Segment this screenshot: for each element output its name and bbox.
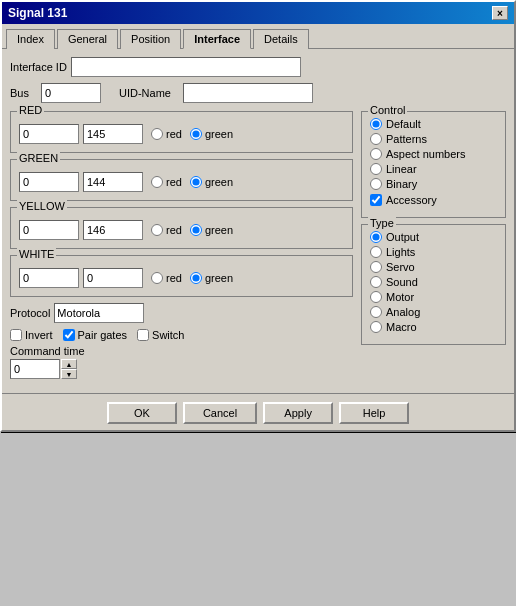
bus-uid-row: Bus UID-Name [10, 83, 506, 103]
yellow-group-title: YELLOW [17, 200, 67, 212]
white-port-input[interactable] [83, 268, 143, 288]
control-patterns-item: Patterns [370, 133, 497, 145]
interface-id-label: Interface ID [10, 61, 67, 73]
control-aspect-item: Aspect numbers [370, 148, 497, 160]
type-servo-radio[interactable] [370, 261, 382, 273]
uid-input[interactable] [183, 83, 313, 103]
type-lights-label: Lights [386, 246, 415, 258]
yellow-port-input[interactable] [83, 220, 143, 240]
yellow-inputs-row: red green [19, 220, 344, 240]
red-address-input[interactable] [19, 124, 79, 144]
control-patterns-radio[interactable] [370, 133, 382, 145]
pair-gates-label: Pair gates [78, 329, 128, 341]
red-radio-red-label: red [166, 128, 182, 140]
control-aspect-radio[interactable] [370, 148, 382, 160]
green-radio-group: red green [151, 176, 239, 188]
spinner-buttons: ▲ ▼ [61, 359, 77, 379]
command-time-spinner: ▲ ▼ [10, 359, 353, 379]
white-address-input[interactable] [19, 268, 79, 288]
ok-button[interactable]: OK [107, 402, 177, 424]
control-linear-item: Linear [370, 163, 497, 175]
type-sound-radio[interactable] [370, 276, 382, 288]
green-port-input[interactable] [83, 172, 143, 192]
type-analog-radio[interactable] [370, 306, 382, 318]
red-group: RED red green [10, 111, 353, 153]
type-macro-radio[interactable] [370, 321, 382, 333]
interface-id-input[interactable] [71, 57, 301, 77]
control-default-label: Default [386, 118, 421, 130]
apply-button[interactable]: Apply [263, 402, 333, 424]
green-radio-green[interactable] [190, 176, 202, 188]
green-group: GREEN red green [10, 159, 353, 201]
white-group-title: WHITE [17, 248, 56, 260]
yellow-radio-red-label: red [166, 224, 182, 236]
type-servo-label: Servo [386, 261, 415, 273]
green-group-title: GREEN [17, 152, 60, 164]
green-address-input[interactable] [19, 172, 79, 192]
accessory-checkbox[interactable] [370, 194, 382, 206]
main-area: RED red green GREEN [10, 111, 506, 379]
accessory-item: Accessory [370, 194, 497, 206]
yellow-radio-green-label: green [205, 224, 233, 236]
red-radio-red[interactable] [151, 128, 163, 140]
type-motor-label: Motor [386, 291, 414, 303]
yellow-group: YELLOW red green [10, 207, 353, 249]
command-time-input[interactable] [10, 359, 60, 379]
cancel-button[interactable]: Cancel [183, 402, 257, 424]
protocol-select[interactable]: Motorola DCC Selectrix [54, 303, 144, 323]
bus-input[interactable] [41, 83, 101, 103]
invert-checkbox-label[interactable]: Invert [10, 329, 53, 341]
red-radio-green[interactable] [190, 128, 202, 140]
yellow-radio-red[interactable] [151, 224, 163, 236]
control-aspect-label: Aspect numbers [386, 148, 465, 160]
pair-gates-checkbox-label[interactable]: Pair gates [63, 329, 128, 341]
tab-bar: Index General Position Interface Details [2, 24, 514, 49]
pair-gates-checkbox[interactable] [63, 329, 75, 341]
control-default-item: Default [370, 118, 497, 130]
yellow-radio-green[interactable] [190, 224, 202, 236]
control-binary-radio[interactable] [370, 178, 382, 190]
command-time-group: Command time ▲ ▼ [10, 345, 353, 379]
type-output-item: Output [370, 231, 497, 243]
red-port-input[interactable] [83, 124, 143, 144]
red-radio-group: red green [151, 128, 239, 140]
control-default-radio[interactable] [370, 118, 382, 130]
control-linear-radio[interactable] [370, 163, 382, 175]
type-group-title: Type [368, 217, 396, 229]
type-motor-item: Motor [370, 291, 497, 303]
spinner-up-button[interactable]: ▲ [61, 359, 77, 369]
type-lights-radio[interactable] [370, 246, 382, 258]
green-radio-red[interactable] [151, 176, 163, 188]
switch-checkbox[interactable] [137, 329, 149, 341]
left-panel: RED red green GREEN [10, 111, 353, 379]
interface-id-row: Interface ID [10, 57, 506, 77]
tab-index[interactable]: Index [6, 29, 55, 49]
invert-label: Invert [25, 329, 53, 341]
spinner-down-button[interactable]: ▼ [61, 369, 77, 379]
protocol-label: Protocol [10, 307, 50, 319]
white-radio-red[interactable] [151, 272, 163, 284]
uid-label: UID-Name [119, 87, 171, 99]
white-radio-green[interactable] [190, 272, 202, 284]
type-analog-label: Analog [386, 306, 420, 318]
control-group: Control Default Patterns Aspect numbers [361, 111, 506, 218]
yellow-address-input[interactable] [19, 220, 79, 240]
help-button[interactable]: Help [339, 402, 409, 424]
close-button[interactable]: × [492, 6, 508, 20]
main-content: Interface ID Bus UID-Name RED [2, 49, 514, 387]
control-binary-item: Binary [370, 178, 497, 190]
title-bar: Signal 131 × [2, 2, 514, 24]
bottom-options: Invert Pair gates Switch [10, 329, 353, 341]
tab-details[interactable]: Details [253, 29, 309, 49]
protocol-row: Protocol Motorola DCC Selectrix [10, 303, 353, 323]
tab-interface[interactable]: Interface [183, 29, 251, 49]
type-motor-radio[interactable] [370, 291, 382, 303]
right-panel: Control Default Patterns Aspect numbers [361, 111, 506, 379]
tab-general[interactable]: General [57, 29, 118, 49]
green-radio-green-label: green [205, 176, 233, 188]
type-output-radio[interactable] [370, 231, 382, 243]
invert-checkbox[interactable] [10, 329, 22, 341]
bus-label: Bus [10, 87, 29, 99]
tab-position[interactable]: Position [120, 29, 181, 49]
switch-checkbox-label[interactable]: Switch [137, 329, 184, 341]
